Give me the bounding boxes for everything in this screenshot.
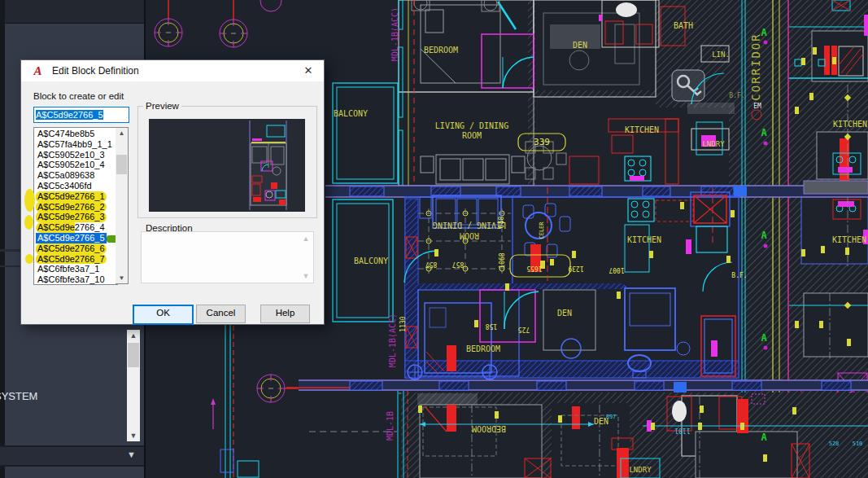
block-list-item-label: A$C5d9e2766_1 bbox=[36, 191, 107, 202]
block-list-item[interactable]: A$C5a089638 bbox=[36, 170, 117, 181]
cad-label: 857 bbox=[425, 261, 438, 268]
scroll-down-icon[interactable]: ▼ bbox=[127, 430, 140, 441]
cad-label: 339 bbox=[534, 137, 550, 147]
cad-label: BEDROOM bbox=[424, 46, 458, 55]
cancel-button[interactable]: Cancel bbox=[196, 305, 246, 323]
scrollbar-thumb[interactable] bbox=[116, 155, 127, 174]
cad-label: BALCONY bbox=[334, 109, 368, 118]
cad-label: DEN bbox=[557, 309, 572, 318]
cad-label: MDL-1B(ACC) bbox=[388, 314, 397, 367]
cad-label: 725 bbox=[518, 326, 530, 333]
block-list-item[interactable]: A$C474be8b5 bbox=[36, 129, 117, 139]
cad-label: 648 bbox=[498, 217, 505, 229]
block-name-input[interactable]: A$C5d9e2766_5 bbox=[33, 107, 129, 123]
block-list-item[interactable]: A$C5d9e2766_6 bbox=[36, 243, 117, 254]
cad-label: A bbox=[761, 230, 767, 241]
palette-scrollbar[interactable]: ▲ ▼ bbox=[127, 330, 140, 441]
cad-label: ROOM bbox=[462, 131, 482, 140]
block-list-item-label: A$C5d9e2766_3 bbox=[36, 212, 107, 222]
cad-label: 857 bbox=[452, 261, 465, 268]
block-list-item-label: A$C5d9e2766_2 bbox=[36, 202, 107, 213]
marker-highlight-blob bbox=[24, 189, 35, 212]
scroll-up-icon: ▲ bbox=[300, 234, 312, 243]
block-list-item[interactable]: A$C5d9e2766_2 bbox=[36, 202, 117, 213]
block-list-item[interactable]: A$C5d9e2766_5 bbox=[36, 233, 117, 243]
block-list-item[interactable]: A$C5d9e2766_7 bbox=[36, 254, 117, 265]
cad-label: CELER bbox=[539, 221, 545, 239]
marker-highlight-blob bbox=[24, 215, 33, 230]
cad-label: 1655 bbox=[526, 265, 542, 272]
autocad-logo-icon: A bbox=[31, 64, 45, 78]
block-list[interactable]: A$C474be8b5A$C57fa4bb9_1_1A$C59052e10_3A… bbox=[33, 127, 118, 285]
ok-button[interactable]: OK bbox=[133, 305, 194, 325]
cad-label: BEDROOM bbox=[466, 344, 500, 353]
block-list-item[interactable]: A$C59052e10_3 bbox=[36, 150, 117, 160]
cad-label: DEN bbox=[573, 41, 587, 50]
block-list-item[interactable]: A$C57fa4bb9_1_1 bbox=[36, 139, 117, 150]
cad-label: LNDRY bbox=[702, 140, 725, 148]
scroll-up-icon[interactable]: ▲ bbox=[116, 128, 128, 138]
scroll-down-icon[interactable]: ▼ bbox=[116, 273, 128, 283]
cad-label: MDL-1B(ACC) bbox=[390, 7, 399, 61]
palette-edge-strip bbox=[0, 0, 5, 478]
cad-label: KITCHEN bbox=[625, 125, 659, 134]
preview-group-label: Preview bbox=[143, 101, 181, 111]
cad-label: LIVING / DINING bbox=[433, 221, 506, 230]
palette-system-label: SYSTEM bbox=[0, 390, 37, 402]
cad-label: A bbox=[761, 332, 767, 344]
block-list-item-label: A$C5d9e2766_5 bbox=[36, 233, 107, 243]
scroll-up-icon[interactable]: ▲ bbox=[127, 330, 140, 341]
block-name-label: Block to create or edit bbox=[33, 91, 124, 101]
cad-label: A bbox=[761, 432, 767, 443]
cad-label: B.F. bbox=[731, 272, 747, 279]
block-list-item-label: A$C5c3406fd bbox=[36, 181, 94, 191]
block-list-item-label: A$C5d9e2766_7 bbox=[36, 254, 107, 265]
scroll-down-icon: ▼ bbox=[300, 271, 312, 281]
block-list-item[interactable]: A$C59052e10_4 bbox=[36, 160, 117, 170]
palette-collapsed-section[interactable]: ▼ bbox=[0, 445, 144, 467]
edit-block-definition-dialog: A Edit Block Definition ✕ Block to creat… bbox=[20, 59, 325, 325]
block-list-item[interactable]: A$C5d9e2766_3 bbox=[36, 212, 117, 222]
cad-label: EM bbox=[753, 103, 761, 110]
block-list-item[interactable]: A$C6fbfe3a7_10 bbox=[36, 274, 117, 285]
dialog-title-bar[interactable]: A Edit Block Definition ✕ bbox=[21, 60, 324, 81]
cad-label: LNDRY bbox=[629, 466, 652, 474]
block-list-item[interactable]: A$C6fbfe3a7_1 bbox=[36, 264, 117, 274]
cad-label: 1068 bbox=[499, 252, 506, 268]
autocad-workspace: BEDROOMDENBATHLIN.BALCONYLIVING / DINING… bbox=[0, 0, 868, 478]
cad-label: 528 bbox=[829, 441, 840, 447]
block-list-item-label: A$C6fbfe3a7_1 bbox=[36, 264, 101, 274]
cad-label: 1007 bbox=[608, 266, 624, 274]
cad-label: ROOM bbox=[460, 231, 479, 240]
block-list-item-label: A$C59052e10_3 bbox=[36, 150, 107, 160]
cad-label: 897 bbox=[606, 414, 617, 420]
description-field: ▲ ▼ bbox=[141, 231, 314, 283]
close-icon[interactable]: ✕ bbox=[301, 64, 316, 77]
block-list-item-label: A$C5d9e2766_4 bbox=[36, 222, 107, 233]
cad-label: LIN. bbox=[712, 50, 730, 59]
block-preview-image bbox=[149, 119, 305, 212]
block-list-item[interactable]: A$C5d9e2766_4 bbox=[36, 222, 117, 233]
cad-label: A bbox=[761, 27, 767, 38]
block-list-item[interactable]: A$C5c3406fd bbox=[36, 181, 117, 191]
block-list-item-label: A$C57fa4bb9_1_1 bbox=[36, 139, 114, 150]
block-list-scrollbar[interactable]: ▲ ▼ bbox=[116, 127, 129, 284]
marker-highlight-blob bbox=[25, 254, 33, 264]
chevron-down-icon[interactable]: ▼ bbox=[127, 449, 136, 459]
block-list-item-label: A$C5d9e2766_6 bbox=[36, 243, 107, 254]
cad-label: KITCHEN bbox=[833, 120, 867, 129]
cad-label: A bbox=[761, 127, 767, 138]
cad-label: LIVING / DINING bbox=[435, 121, 508, 130]
help-button[interactable]: Help bbox=[260, 305, 310, 323]
cad-label: 158 bbox=[486, 322, 498, 330]
cad-label: 1239 bbox=[568, 265, 583, 272]
scrollbar-thumb[interactable] bbox=[128, 343, 139, 367]
cad-label: B.F. bbox=[729, 92, 744, 99]
cad-label: 510 bbox=[853, 441, 863, 447]
palette-header bbox=[0, 0, 144, 24]
cad-label: 1101 bbox=[674, 427, 690, 434]
cad-label: BATH bbox=[674, 21, 693, 30]
cad-label: CORRIDOR bbox=[749, 33, 762, 100]
block-list-item[interactable]: A$C5d9e2766_1 bbox=[36, 191, 117, 202]
dialog-title: Edit Block Definition bbox=[52, 65, 139, 77]
